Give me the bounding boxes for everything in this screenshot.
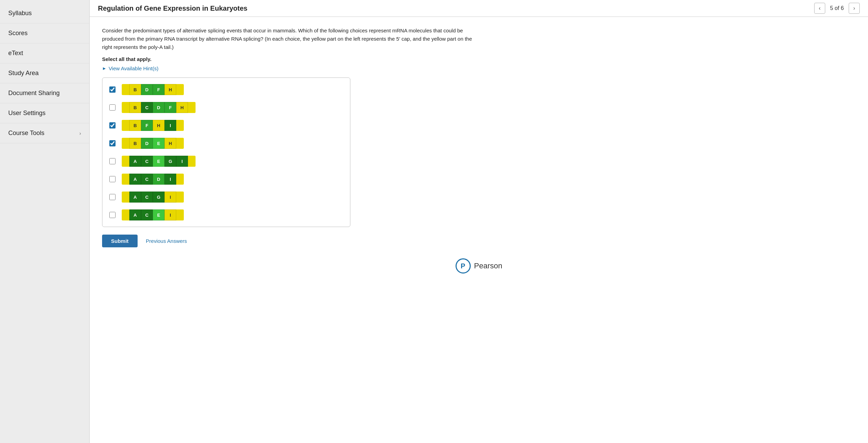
mrna-cap [122, 209, 129, 220]
mrna-segment-I: I [164, 192, 176, 203]
option-row-2: BCDFH [109, 102, 343, 113]
question-text: Consider the predominant types of altern… [102, 27, 481, 51]
option-row-5: ACEGI [109, 156, 343, 167]
sidebar-item-label-syllabus: Syllabus [8, 10, 32, 17]
sidebar-item-etext[interactable]: eText [0, 43, 89, 63]
mrna-segment-C: C [141, 192, 153, 203]
mrna-segment-D: D [141, 84, 153, 95]
page-indicator: 5 of 6 [828, 5, 846, 11]
prev-button[interactable]: ‹ [814, 3, 825, 14]
mrna-segment-H: H [153, 120, 164, 131]
nav-controls: ‹ 5 of 6 › [814, 3, 860, 14]
sidebar-item-label-document-sharing: Document Sharing [8, 90, 60, 97]
previous-answers-link[interactable]: Previous Answers [146, 238, 187, 244]
mrna-tail [176, 192, 184, 203]
sidebar-item-label-etext: eText [8, 50, 23, 57]
mrna-bar-6: ACDI [122, 174, 184, 185]
mrna-cap [122, 156, 129, 167]
option-checkbox-8[interactable] [109, 212, 116, 218]
sidebar-item-label-study-area: Study Area [8, 70, 39, 77]
option-checkbox-7[interactable] [109, 194, 116, 200]
option-row-3: BFHI [109, 120, 343, 131]
mrna-tail [176, 120, 184, 131]
mrna-cap [122, 84, 129, 95]
mrna-segment-C: C [141, 102, 153, 113]
mrna-cap [122, 192, 129, 203]
mrna-segment-I: I [164, 120, 176, 131]
mrna-segment-B: B [129, 84, 141, 95]
mrna-segment-E: E [153, 156, 164, 167]
sidebar-item-label-course-tools: Course Tools [8, 130, 44, 137]
mrna-bar-4: BDEH [122, 138, 184, 149]
mrna-segment-I: I [164, 174, 176, 185]
option-checkbox-5[interactable] [109, 158, 116, 164]
pearson-brand-name: Pearson [474, 261, 502, 270]
mrna-bar-3: BFHI [122, 120, 184, 131]
mrna-segment-A: A [129, 192, 141, 203]
mrna-tail [188, 102, 196, 113]
mrna-segment-H: H [164, 84, 176, 95]
mrna-bar-1: BDFH [122, 84, 184, 95]
sidebar-item-user-settings[interactable]: User Settings [0, 103, 89, 123]
option-checkbox-3[interactable] [109, 122, 116, 128]
chevron-right-icon: › [79, 131, 81, 136]
mrna-tail [176, 84, 184, 95]
options-box: BDFHBCDFHBFHIBDEHACEGIACDIACGIACEI [102, 78, 350, 227]
mrna-segment-G: G [164, 156, 176, 167]
pearson-logo-circle: P [456, 258, 471, 274]
mrna-bar-5: ACEGI [122, 156, 196, 167]
content-area: Consider the predominant types of altern… [90, 17, 868, 443]
mrna-cap [122, 102, 129, 113]
mrna-bar-7: ACGI [122, 192, 184, 203]
mrna-segment-B: B [129, 120, 141, 131]
mrna-segment-D: D [153, 174, 164, 185]
mrna-segment-F: F [141, 120, 153, 131]
mrna-segment-F: F [153, 84, 164, 95]
next-button[interactable]: › [849, 3, 860, 14]
mrna-segment-D: D [153, 102, 164, 113]
mrna-segment-A: A [129, 209, 141, 220]
option-row-8: ACEI [109, 209, 343, 220]
mrna-segment-I: I [176, 156, 188, 167]
mrna-segment-A: A [129, 174, 141, 185]
submit-button[interactable]: Submit [102, 235, 138, 247]
sidebar-item-syllabus[interactable]: Syllabus [0, 3, 89, 23]
mrna-segment-I: I [164, 209, 176, 220]
mrna-segment-E: E [153, 138, 164, 149]
mrna-tail [176, 209, 184, 220]
instruction-text: Select all that apply. [102, 56, 856, 62]
mrna-segment-H: H [164, 138, 176, 149]
option-row-1: BDFH [109, 84, 343, 95]
mrna-cap [122, 120, 129, 131]
mrna-segment-F: F [164, 102, 176, 113]
hint-link[interactable]: ► View Available Hint(s) [102, 65, 856, 71]
mrna-segment-A: A [129, 156, 141, 167]
mrna-tail [176, 138, 184, 149]
option-row-7: ACGI [109, 192, 343, 203]
option-checkbox-1[interactable] [109, 86, 116, 93]
mrna-segment-D: D [141, 138, 153, 149]
option-checkbox-4[interactable] [109, 140, 116, 146]
mrna-segment-G: G [153, 192, 164, 203]
mrna-segment-B: B [129, 138, 141, 149]
option-row-4: BDEH [109, 138, 343, 149]
main-content: Regulation of Gene Expression in Eukaryo… [90, 0, 868, 443]
mrna-tail [176, 174, 184, 185]
page-title: Regulation of Gene Expression in Eukaryo… [98, 4, 247, 12]
mrna-segment-B: B [129, 102, 141, 113]
option-checkbox-2[interactable] [109, 104, 116, 111]
pearson-logo-letter: P [461, 262, 465, 270]
option-checkbox-6[interactable] [109, 176, 116, 182]
sidebar-item-label-user-settings: User Settings [8, 110, 46, 117]
mrna-cap [122, 138, 129, 149]
footer-logo: P Pearson [102, 258, 856, 274]
sidebar-item-study-area[interactable]: Study Area [0, 63, 89, 83]
mrna-segment-C: C [141, 209, 153, 220]
sidebar-item-document-sharing[interactable]: Document Sharing [0, 83, 89, 103]
actions-bar: Submit Previous Answers [102, 235, 856, 247]
sidebar-item-scores[interactable]: Scores [0, 23, 89, 43]
mrna-bar-2: BCDFH [122, 102, 196, 113]
mrna-tail [188, 156, 196, 167]
mrna-segment-H: H [176, 102, 188, 113]
sidebar-item-course-tools[interactable]: Course Tools› [0, 123, 89, 143]
